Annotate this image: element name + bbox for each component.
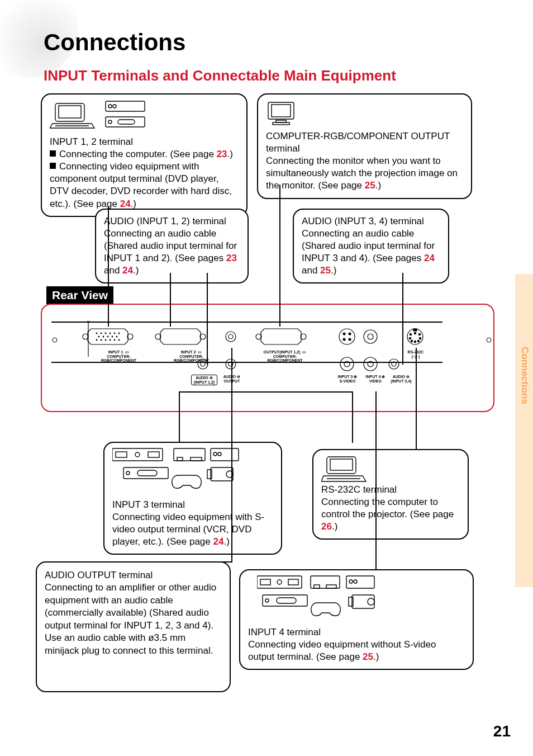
callout-title: INPUT 1, 2 terminal (50, 136, 239, 148)
svg-point-5 (113, 105, 116, 108)
svg-point-50 (368, 334, 373, 339)
callout-body: Connecting video equipment with S-video … (112, 511, 273, 548)
callout-body: Connecting an audio cable (Shared audio … (104, 228, 240, 277)
callout-body: Connecting the computer to control the p… (321, 496, 460, 533)
svg-point-51 (340, 357, 354, 371)
svg-point-96 (349, 580, 353, 583)
svg-point-20 (110, 333, 111, 334)
svg-rect-103 (349, 597, 353, 606)
svg-point-27 (116, 336, 118, 338)
callout-audio-34: AUDIO (INPUT 3, 4) terminal Connecting a… (293, 209, 449, 284)
page-title: Connections (44, 29, 185, 56)
port-label: OUTPUT(INPUT 1,2) ▭COMPUTER-RGB/COMPONEN… (257, 350, 313, 363)
page-number: 21 (493, 722, 511, 740)
svg-point-64 (411, 340, 412, 342)
svg-point-19 (105, 333, 107, 334)
svg-point-91 (277, 580, 282, 584)
port-label: INPUT 2 ▭COMPUTER-RGB/COMPONENT (168, 350, 215, 363)
svg-rect-87 (207, 470, 212, 479)
svg-rect-93 (314, 585, 320, 588)
svg-rect-0 (55, 103, 84, 121)
leader-line (170, 273, 171, 327)
svg-point-22 (118, 333, 120, 334)
port-label: AUDIO ⊖(INPUT 1,2) (191, 375, 217, 385)
svg-point-53 (364, 357, 377, 371)
svg-point-56 (392, 362, 396, 366)
svg-rect-70 (330, 459, 353, 470)
monitor-icon (266, 100, 299, 127)
section-title: INPUT Terminals and Connectable Main Equ… (44, 67, 396, 84)
svg-point-80 (213, 452, 217, 456)
side-tab-bg (515, 274, 533, 587)
svg-rect-82 (123, 467, 168, 479)
svg-point-7 (108, 120, 112, 124)
svg-point-32 (114, 339, 116, 341)
svg-rect-95 (346, 576, 374, 588)
leader-line (207, 273, 208, 365)
svg-rect-58 (413, 329, 417, 331)
svg-rect-100 (277, 598, 296, 603)
svg-point-97 (354, 580, 357, 583)
video-equipment-icon (112, 447, 241, 495)
svg-rect-98 (263, 595, 307, 606)
leader-line (231, 391, 232, 561)
callout-input4: INPUT 4 terminal Connecting video equipm… (239, 569, 474, 670)
leader-line (279, 185, 280, 327)
svg-point-44 (339, 329, 355, 344)
port-label: INPUT 4 ⊕VIDEO (363, 375, 388, 383)
callout-input-1-2: INPUT 1, 2 terminal Connecting the compu… (41, 93, 248, 217)
svg-rect-10 (272, 105, 291, 117)
svg-point-62 (409, 337, 411, 339)
bullet-icon (50, 150, 56, 157)
svg-point-14 (487, 338, 491, 342)
svg-rect-78 (191, 457, 202, 461)
svg-point-30 (105, 339, 107, 341)
leader-line (179, 391, 180, 442)
callout-body: Connecting the monitor when you want to … (266, 155, 463, 192)
side-tab-label: Connections (519, 347, 530, 404)
svg-point-18 (101, 333, 102, 334)
svg-rect-72 (112, 448, 163, 461)
callout-title: COMPUTER-RGB/COMPONENT OUTPUT terminal (266, 130, 463, 155)
svg-point-4 (108, 105, 112, 108)
svg-rect-12 (273, 122, 289, 125)
svg-point-55 (389, 359, 399, 369)
svg-point-25 (107, 336, 109, 338)
rear-view-label: Rear View (46, 286, 113, 304)
svg-point-65 (414, 341, 416, 342)
svg-point-33 (118, 339, 120, 341)
callout-title: AUDIO (INPUT 1, 2) terminal (104, 215, 240, 228)
callout-body: Connecting the computer. (See page 23.) (50, 148, 239, 160)
svg-rect-76 (174, 448, 205, 461)
leader-line (179, 391, 353, 393)
svg-point-21 (114, 333, 116, 334)
svg-point-23 (98, 336, 100, 338)
callout-title: INPUT 3 terminal (112, 499, 273, 511)
svg-point-31 (110, 339, 111, 341)
callout-body: Connecting video equipment without S-vid… (248, 639, 465, 663)
svg-point-17 (96, 333, 98, 334)
svg-point-81 (218, 452, 221, 456)
callout-output-terminal: COMPUTER-RGB/COMPONENT OUTPUT terminal C… (257, 93, 472, 199)
svg-rect-74 (148, 452, 159, 457)
callout-title: RS-232C terminal (321, 484, 460, 496)
svg-point-102 (368, 598, 374, 605)
callout-title: AUDIO (INPUT 3, 4) terminal (302, 215, 440, 228)
laptop-icon (50, 100, 150, 133)
laptop-icon (321, 455, 372, 485)
svg-point-66 (417, 340, 419, 342)
svg-rect-79 (211, 448, 239, 461)
svg-rect-85 (211, 467, 233, 481)
svg-rect-101 (352, 595, 374, 608)
svg-rect-84 (137, 470, 157, 476)
svg-point-47 (343, 338, 345, 341)
leader-line (231, 348, 232, 393)
svg-point-39 (229, 334, 233, 339)
callout-rs232: RS-232C terminal Connecting the computer… (312, 449, 469, 540)
svg-point-46 (349, 333, 351, 335)
svg-rect-90 (288, 579, 298, 585)
callout-body: Connecting video equipment with componen… (50, 160, 239, 210)
port-label: INPUT 1 ▭COMPUTER-RGB/COMPONENT (95, 350, 142, 363)
svg-rect-88 (257, 576, 302, 588)
svg-rect-77 (177, 457, 183, 461)
